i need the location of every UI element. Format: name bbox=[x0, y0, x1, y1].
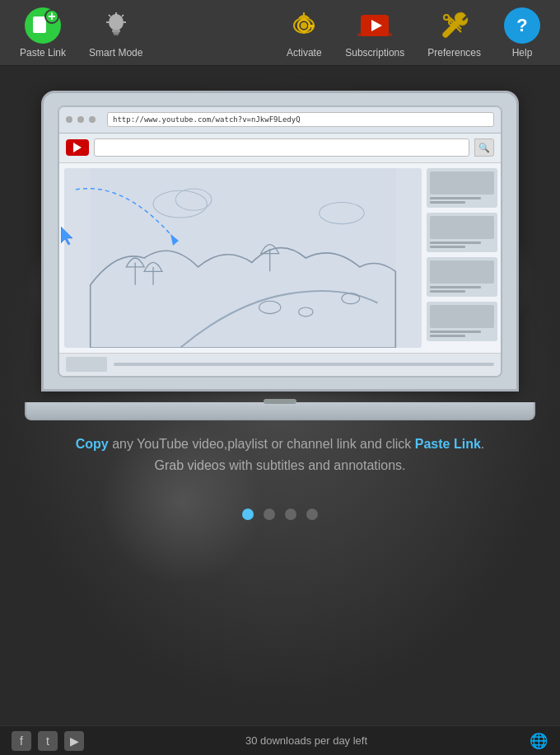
subscriptions-icon bbox=[357, 7, 393, 44]
browser-url-bar: http://www.youtube.com/watch?v=nJkwF9Led… bbox=[107, 112, 494, 127]
browser-chrome: http://www.youtube.com/watch?v=nJkwF9Led… bbox=[59, 107, 501, 134]
youtube-search-bar bbox=[94, 138, 469, 157]
svg-line-6 bbox=[109, 15, 110, 16]
description-period: . bbox=[481, 437, 484, 451]
svg-rect-2 bbox=[113, 32, 119, 34]
laptop-hinge bbox=[264, 399, 296, 404]
thumb-img-1 bbox=[430, 171, 494, 195]
thumb-line-short-3 bbox=[430, 290, 465, 293]
browser-dot-2 bbox=[77, 116, 84, 123]
browser-sidebar bbox=[427, 163, 501, 353]
laptop-base bbox=[25, 402, 535, 420]
help-button[interactable]: ? Help bbox=[492, 2, 552, 63]
footer-youtube-icon[interactable]: ▶ bbox=[64, 731, 84, 751]
sidebar-thumb-1 bbox=[427, 168, 497, 208]
svg-rect-3 bbox=[114, 34, 119, 35]
footer-status-text: 30 downloads per day left bbox=[245, 734, 367, 747]
svg-point-0 bbox=[109, 14, 124, 30]
youtube-play-icon bbox=[73, 143, 82, 152]
footer-facebook-icon[interactable]: f bbox=[12, 731, 31, 751]
main-content: http://www.youtube.com/watch?v=nJkwF9Led… bbox=[0, 66, 560, 709]
thumb-lines-1 bbox=[430, 197, 494, 204]
description-copy-word: Copy bbox=[76, 437, 109, 451]
description-paste-link: Paste Link bbox=[415, 437, 481, 451]
pagination-dot-4[interactable] bbox=[306, 509, 318, 520]
subscriptions-label: Subscriptions bbox=[345, 47, 404, 59]
browser-url-text: http://www.youtube.com/watch?v=nJkwF9Led… bbox=[113, 115, 301, 124]
svg-marker-23 bbox=[61, 227, 72, 245]
help-icon: ? bbox=[504, 7, 540, 44]
svg-rect-15 bbox=[309, 27, 310, 29]
svg-rect-1 bbox=[112, 30, 120, 32]
paste-link-icon: + bbox=[25, 7, 61, 44]
pagination-dot-2[interactable] bbox=[264, 509, 275, 520]
bokeh-circle-5 bbox=[99, 420, 264, 585]
sidebar-thumb-2 bbox=[427, 213, 497, 252]
footer-social-icons: f t ▶ bbox=[12, 731, 84, 751]
activate-button[interactable]: Activate bbox=[274, 2, 334, 63]
thumb-img-3 bbox=[430, 260, 494, 284]
svg-point-10 bbox=[301, 22, 307, 29]
smart-mode-label: Smart Mode bbox=[89, 47, 142, 59]
footer-twitter-icon[interactable]: t bbox=[38, 731, 58, 751]
svg-line-5 bbox=[122, 15, 124, 16]
bulb-svg bbox=[101, 11, 131, 40]
mouse-cursor bbox=[61, 227, 77, 250]
thumb-line-4 bbox=[430, 331, 481, 333]
thumb-lines-4 bbox=[430, 331, 494, 337]
sidebar-thumb-3 bbox=[427, 257, 497, 297]
svg-rect-13 bbox=[308, 25, 315, 27]
youtube-search-button: 🔍 bbox=[474, 138, 494, 157]
browser-dot-1 bbox=[66, 116, 72, 123]
smart-mode-icon bbox=[98, 7, 134, 44]
thumb-lines-2 bbox=[430, 242, 494, 248]
thumb-line-short-2 bbox=[430, 246, 465, 248]
sidebar-thumb-4 bbox=[427, 302, 497, 341]
bottom-progress-line bbox=[114, 363, 494, 366]
svg-marker-24 bbox=[170, 234, 179, 246]
laptop-illustration: http://www.youtube.com/watch?v=nJkwF9Led… bbox=[25, 91, 535, 420]
footer: f t ▶ 30 downloads per day left 🌐 bbox=[0, 725, 560, 755]
footer-globe-icon[interactable]: 🌐 bbox=[529, 731, 548, 751]
preferences-button[interactable]: Preferences bbox=[416, 2, 492, 63]
help-label: Help bbox=[512, 47, 533, 59]
bottom-thumb bbox=[66, 357, 107, 372]
pagination-dot-3[interactable] bbox=[285, 509, 296, 520]
activate-label: Activate bbox=[287, 47, 322, 59]
browser-bottom-bar bbox=[59, 353, 501, 376]
svg-rect-18 bbox=[357, 33, 392, 36]
youtube-icon bbox=[66, 139, 89, 156]
paste-link-label: Paste Link bbox=[20, 47, 66, 59]
thumb-line-short bbox=[430, 201, 465, 204]
thumb-line-2 bbox=[430, 242, 481, 244]
thumb-img-2 bbox=[430, 216, 494, 239]
arrow-dashed-line bbox=[59, 173, 224, 280]
smart-mode-button[interactable]: Smart Mode bbox=[77, 2, 154, 63]
activate-icon bbox=[286, 7, 322, 44]
thumb-lines-3 bbox=[430, 286, 494, 293]
browser-dot-3 bbox=[89, 116, 96, 123]
thumb-line bbox=[430, 197, 481, 199]
thumb-line-short-4 bbox=[430, 335, 465, 337]
preferences-icon bbox=[436, 7, 473, 44]
thumb-img-4 bbox=[430, 305, 494, 328]
thumb-line-3 bbox=[430, 286, 481, 288]
preferences-label: Preferences bbox=[427, 47, 481, 59]
paste-link-button[interactable]: + Paste Link bbox=[8, 2, 77, 63]
toolbar: + Paste Link Smart Mode bbox=[0, 0, 560, 66]
browser-youtube-toolbar: 🔍 bbox=[59, 134, 501, 163]
svg-rect-14 bbox=[311, 27, 313, 30]
subscriptions-button[interactable]: Subscriptions bbox=[334, 2, 416, 63]
